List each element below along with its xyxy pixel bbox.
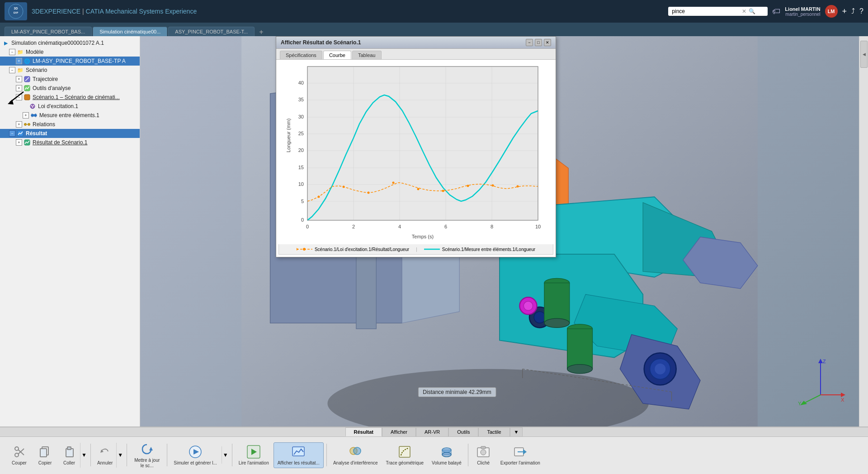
btn-couper[interactable]: Couper bbox=[7, 443, 32, 468]
btn-simuler[interactable]: Simuler et générer l... bbox=[170, 443, 221, 468]
trajectory-icon bbox=[24, 76, 31, 83]
legend-separator: | bbox=[416, 247, 417, 252]
search-icon[interactable]: 🔍 bbox=[749, 8, 755, 14]
tree-item-root[interactable]: ▶ Simulation cinématique000001072 A.1 bbox=[0, 38, 140, 47]
chart-tab-courbe[interactable]: Courbe bbox=[323, 51, 351, 59]
tab-resultat[interactable]: Résultat bbox=[345, 427, 382, 436]
tab-outils[interactable]: Outils bbox=[448, 427, 478, 436]
tree-item-mesure[interactable]: + Mesure entre éléments.1 bbox=[0, 111, 140, 120]
legend-line-cyan bbox=[424, 246, 440, 252]
expand-resultat-scenario[interactable]: + bbox=[16, 139, 22, 146]
btn-annuler[interactable]: Annuler bbox=[94, 443, 116, 468]
chart-tab-specifications[interactable]: Spécifications bbox=[280, 51, 322, 59]
chart-titlebar[interactable]: Afficher Résultat de Scénario.1 − □ ✕ bbox=[276, 37, 556, 49]
expand-modele[interactable]: − bbox=[9, 49, 15, 55]
svg-point-14 bbox=[28, 123, 30, 126]
tab-0[interactable]: LM-ASY_PINCE_ROBOT_BAS... bbox=[5, 27, 92, 36]
expand-scenario[interactable]: − bbox=[9, 67, 15, 73]
share-icon[interactable]: ⤴ bbox=[851, 7, 855, 15]
tree-item-resultat-scenario[interactable]: + Résultat de Scénario.1 bbox=[0, 138, 140, 147]
btn-cliche-label: Cliché bbox=[477, 460, 490, 466]
tree-label-resultat-scenario: Résultat de Scénario.1 bbox=[33, 139, 87, 146]
btn-afficher-res[interactable]: Afficher les résultat... bbox=[274, 442, 324, 468]
restore-button[interactable]: □ bbox=[535, 39, 542, 46]
svg-line-128 bbox=[18, 450, 24, 455]
viewport: Distance minimale 42.29mm Afficher Résul… bbox=[140, 36, 859, 438]
chart-tab-tableau[interactable]: Tableau bbox=[352, 51, 382, 59]
svg-text:Z: Z bbox=[823, 359, 826, 364]
close-button[interactable]: ✕ bbox=[544, 39, 551, 46]
tree-item-resultat[interactable]: − Résultat bbox=[0, 129, 140, 138]
tag-icon[interactable]: 🏷 bbox=[772, 7, 780, 16]
expand-relations[interactable]: + bbox=[16, 121, 22, 128]
tabbar: LM-ASY_PINCE_ROBOT_BAS... Simulation cin… bbox=[0, 23, 868, 36]
tree-item-asy[interactable]: + 🌐 LM-ASY_PINCE_ROBOT_BASE-TP A bbox=[0, 57, 140, 66]
topbar: 3D EXP 3DEXPERIENCE | CATIA Mechanical S… bbox=[0, 0, 868, 23]
expand-resultat[interactable]: − bbox=[9, 130, 15, 137]
tab-2[interactable]: ASY_PINCE_ROBOT_BASE-T... bbox=[168, 27, 255, 36]
user-avatar[interactable]: LM bbox=[825, 5, 838, 18]
btn-trace[interactable]: Trace géométrique bbox=[382, 443, 428, 468]
btn-cliche[interactable]: Cliché bbox=[471, 443, 496, 468]
svg-text:EXP: EXP bbox=[14, 11, 19, 14]
right-panel-btn[interactable]: ◀ bbox=[860, 41, 868, 68]
tree-item-trajectoire[interactable]: + Trajectoire bbox=[0, 75, 140, 84]
svg-point-61 bbox=[567, 365, 593, 374]
search-bar[interactable]: ✕ 🔍 bbox=[668, 7, 768, 16]
refresh-icon bbox=[140, 442, 154, 456]
btn-analyse[interactable]: Analyse d'interférence bbox=[330, 443, 382, 468]
tree-item-relations[interactable]: + Relations bbox=[0, 120, 140, 129]
svg-text:4: 4 bbox=[398, 224, 401, 229]
annuler-dropdown[interactable]: ▼ bbox=[116, 443, 124, 468]
svg-point-146 bbox=[442, 452, 451, 457]
tab-more[interactable]: ▼ bbox=[510, 427, 523, 436]
tree-item-modele[interactable]: − 📁 Modèle bbox=[0, 47, 140, 57]
btn-copier[interactable]: Copier bbox=[33, 443, 57, 468]
btn-volume[interactable]: Volume balayé bbox=[428, 443, 465, 468]
svg-text:0: 0 bbox=[306, 224, 309, 229]
expand-mesure[interactable]: + bbox=[23, 112, 29, 118]
chart-body: 0 5 10 15 20 25 30 35 40 0 2 4 6 8 10 bbox=[276, 60, 556, 257]
btn-coller[interactable]: Coller bbox=[58, 443, 80, 468]
tab-1[interactable]: Simulation cinématique00... bbox=[93, 27, 167, 36]
btn-lire[interactable]: Lire l'animation bbox=[235, 443, 273, 468]
tab-ar-vr[interactable]: AR-VR bbox=[416, 427, 448, 436]
tree-item-scenario[interactable]: − 📁 Scénario bbox=[0, 66, 140, 75]
minimize-button[interactable]: − bbox=[526, 39, 533, 46]
svg-text:25: 25 bbox=[298, 131, 304, 136]
add-icon[interactable]: + bbox=[842, 7, 847, 16]
window-controls: − □ ✕ bbox=[526, 39, 551, 46]
expand-asy[interactable]: + bbox=[16, 58, 22, 64]
search-input[interactable] bbox=[672, 8, 740, 14]
svg-marker-151 bbox=[523, 449, 527, 455]
tab-afficher[interactable]: Afficher bbox=[382, 427, 416, 436]
btn-analyse-label: Analyse d'interférence bbox=[333, 460, 378, 466]
tab-tactile[interactable]: Tactile bbox=[478, 427, 509, 436]
help-icon[interactable]: ? bbox=[859, 7, 863, 15]
tree-label-loi: Loi d'excitation.1 bbox=[38, 103, 78, 109]
expand-trajectoire[interactable]: + bbox=[16, 76, 22, 82]
tree-label-asy: LM-ASY_PINCE_ROBOT_BASE-TP A bbox=[33, 58, 126, 64]
scenario-folder-icon: 📁 bbox=[17, 66, 24, 74]
snapshot-icon bbox=[476, 445, 491, 459]
clear-search-icon[interactable]: ✕ bbox=[742, 8, 746, 14]
svg-text:10: 10 bbox=[535, 224, 541, 229]
coller-dropdown[interactable]: ▼ bbox=[80, 443, 88, 468]
distance-label: Distance minimale 42.29mm bbox=[418, 387, 496, 397]
show-results-icon bbox=[291, 445, 306, 459]
svg-point-65 bbox=[655, 363, 666, 374]
btn-mettre[interactable]: Mettre à jour le sc... bbox=[130, 440, 164, 470]
btn-exporter-label: Exporter l'animation bbox=[500, 460, 540, 466]
globe-icon: 🌐 bbox=[24, 57, 31, 65]
btn-copier-label: Copier bbox=[38, 460, 52, 466]
legend-item-cyan: Scénario.1/Mesure entre éléments.1/Longu… bbox=[424, 246, 535, 252]
relations-icon bbox=[24, 121, 31, 128]
btn-exporter[interactable]: Exporter l'animation bbox=[497, 443, 544, 468]
add-tab-button[interactable]: + bbox=[255, 28, 267, 36]
svg-point-107 bbox=[417, 188, 420, 190]
btn-coller-label: Coller bbox=[63, 460, 75, 466]
svg-marker-118 bbox=[818, 359, 823, 363]
svg-point-109 bbox=[467, 185, 469, 187]
simuler-dropdown[interactable]: ▼ bbox=[222, 446, 229, 464]
scissors-icon bbox=[12, 445, 27, 459]
